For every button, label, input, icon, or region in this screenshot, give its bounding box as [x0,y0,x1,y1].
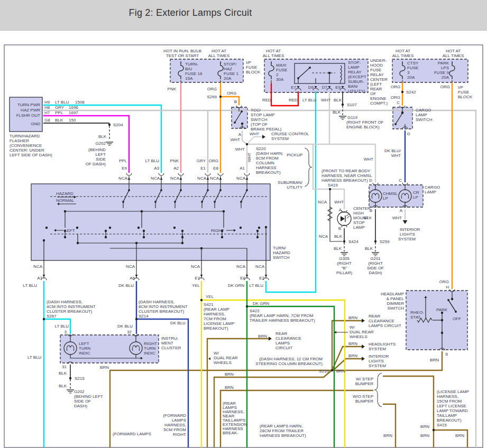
label: RELAY [348,70,362,74]
label: LT BLU [145,158,160,163]
label: LPS [441,66,449,70]
label: ENGINE BLOCK) [346,125,380,129]
label: E2 [259,276,264,281]
label: BRN [430,358,439,362]
label: (FRONT TO REAR BODY [321,169,371,173]
label: RED [289,98,298,102]
label: DIMMER [387,301,405,306]
label: LAMP [353,225,365,230]
label: NCA [197,176,207,181]
label: RIGHT [211,228,224,233]
splice-dot [200,247,203,249]
splice-dot [76,227,78,229]
label: LEFT [79,341,89,346]
label: LAMPS [275,341,290,346]
arrow-down-icon [265,275,268,277]
label: TURN PWR [17,102,40,107]
label: 2 [276,72,279,77]
splice-dot [265,226,267,228]
label: (LICENSE LAMP [437,389,469,394]
label: H8 [44,105,50,110]
label: BRN [225,372,234,377]
label: HOT AT [446,49,461,53]
splice-dot [221,236,223,238]
label: A [238,132,242,137]
arrow-right-icon [362,357,365,360]
label: FUSE 16 [185,71,203,76]
contact-dot [297,77,299,79]
label: ORG [439,279,449,284]
label: BLK [334,234,343,239]
splice-dot [258,227,260,229]
splice-dot [401,111,403,114]
splice-dot [181,242,183,244]
contact-dot [201,201,203,203]
arrow-down-icon [246,275,249,277]
contact-dot [447,299,449,301]
arrow-up-icon [180,178,182,180]
contact-dot [241,110,243,113]
label: CHMSL [383,191,398,196]
label: W/ [350,325,355,330]
label: WHEELS [350,334,367,339]
label: NCA [319,234,328,239]
label: REAR [275,331,287,336]
label: BRAKE PEDAL) [251,127,282,132]
label: DUAL REAR [214,356,238,360]
label: CENTER: UNDER [10,148,44,153]
label: BRN [420,433,429,438]
label: FUSE [407,66,418,70]
label: HAZARD [56,191,73,196]
label: 20A [224,76,232,81]
brace [374,373,382,407]
splice-dot [109,227,111,229]
label: S242 [406,90,416,95]
label: S422 [250,309,260,313]
label: HAZ PWR [21,108,40,113]
label: DK GRN [228,283,244,288]
label: NCA [118,176,128,181]
label: DK GRN [253,301,269,306]
label: NCA [318,200,327,204]
label: B [370,208,372,213]
label: GRY [197,158,206,163]
title-bar: Fig 2: Exterior Lamps Circuit [0,0,487,31]
label: 4CM INTO INSTRUMENT [47,304,96,309]
label: CENTER [370,77,388,82]
label: HOT AT [212,49,226,53]
label: LIGHTS [400,232,415,237]
label: HARNESS BREAKOUT) [321,178,368,183]
label: FUSE 1 [224,71,239,76]
splice-dot [135,242,137,244]
label: C [397,100,400,105]
splice-dot [246,305,248,307]
label: HAZ [224,67,232,71]
label: LAMP [425,190,436,194]
splice-dot [329,188,331,190]
exterior-lamps-circuit-diagram: HOT IN RUN, BULBTEST OR STARTHOT ATALL T… [0,0,487,448]
label: S267 [47,314,57,319]
splice-dot [105,236,107,238]
label: ORG [227,91,236,96]
label: BRN [348,341,357,346]
label: BREAKOUT) [256,170,281,175]
label: TURN/ [273,246,286,250]
splice-dot [441,332,443,334]
label: I/P [458,85,463,90]
label: INSTRU- [161,336,179,341]
label: FUSE [276,68,287,72]
contact-dot [214,201,216,203]
label: LEFT LICENSE [437,404,466,408]
label: LT BLU [55,324,69,329]
label: LP [383,196,388,201]
label: PARK [438,61,449,66]
label: FLASHER [10,138,29,143]
label: CLUSTER BREAKOUT) [47,309,93,314]
label: BRN [420,424,429,429]
label: 1697 [69,110,78,115]
contact-dot [394,123,397,125]
contact-dot [455,311,457,313]
label: COMPT.) [370,101,388,106]
label: A3 [154,166,159,171]
label: LAMP [348,65,360,70]
